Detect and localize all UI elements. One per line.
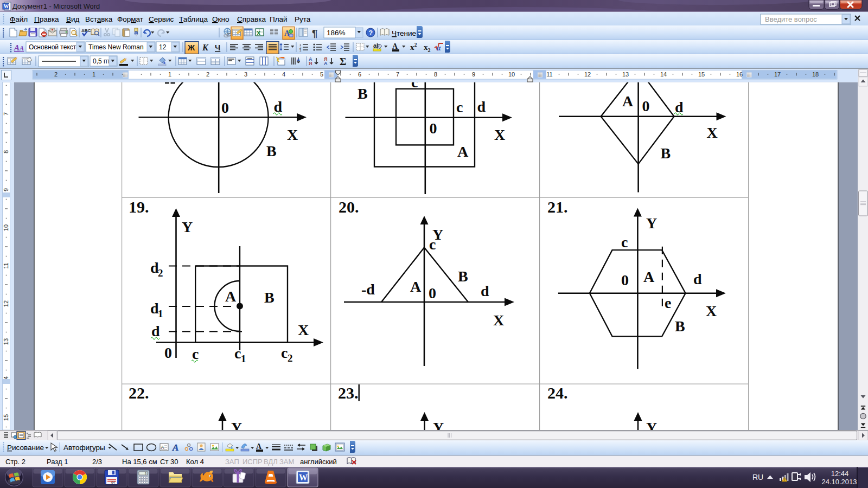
svg-text:c: c bbox=[192, 345, 199, 362]
svg-text:α: α bbox=[437, 44, 441, 52]
svg-text:21.: 21. bbox=[547, 198, 568, 216]
svg-text:Ж: Ж bbox=[187, 43, 195, 52]
svg-text:К: К bbox=[202, 43, 209, 52]
svg-text:10: 10 bbox=[508, 71, 515, 78]
svg-text:Плай: Плай bbox=[270, 15, 288, 23]
svg-text:2: 2 bbox=[158, 267, 163, 279]
svg-text:12:44: 12:44 bbox=[831, 470, 849, 478]
svg-text:12: 12 bbox=[3, 300, 9, 307]
svg-text:-d: -d bbox=[361, 281, 375, 298]
svg-text:Ст 30: Ст 30 bbox=[160, 458, 178, 466]
svg-text:RU: RU bbox=[752, 473, 763, 481]
svg-text:Вид: Вид bbox=[66, 15, 80, 23]
svg-text:?: ? bbox=[369, 29, 373, 37]
svg-text:W: W bbox=[299, 473, 308, 482]
svg-text:c: c bbox=[621, 234, 628, 251]
svg-text:13: 13 bbox=[3, 338, 9, 345]
svg-text:2: 2 bbox=[206, 71, 209, 78]
svg-text:B: B bbox=[661, 145, 671, 162]
svg-text:c: c bbox=[234, 345, 241, 362]
svg-text:B: B bbox=[458, 268, 468, 285]
svg-text:7: 7 bbox=[3, 112, 9, 115]
svg-text:Рисование: Рисование bbox=[7, 444, 44, 452]
svg-text:A: A bbox=[410, 278, 422, 295]
svg-text:18: 18 bbox=[812, 71, 819, 78]
svg-text:¶: ¶ bbox=[312, 28, 318, 39]
svg-text:2/3: 2/3 bbox=[92, 458, 102, 466]
svg-text:Σ: Σ bbox=[340, 56, 346, 67]
svg-text:Y: Y bbox=[646, 215, 657, 232]
svg-text:4: 4 bbox=[282, 71, 285, 78]
svg-text:A: A bbox=[172, 442, 178, 453]
svg-text:A: A bbox=[225, 288, 237, 305]
svg-text:15: 15 bbox=[698, 71, 705, 78]
svg-text:24.10.2013: 24.10.2013 bbox=[821, 478, 857, 486]
svg-text:1: 1 bbox=[92, 71, 95, 78]
svg-text:ЗАМ: ЗАМ bbox=[279, 458, 294, 466]
svg-text:d: d bbox=[693, 271, 702, 287]
svg-text:186%: 186% bbox=[327, 29, 346, 37]
svg-text:8: 8 bbox=[3, 150, 9, 153]
svg-text:X: X bbox=[707, 124, 718, 141]
svg-text:Чтение: Чтение bbox=[392, 29, 416, 37]
svg-text:Я: Я bbox=[309, 61, 312, 66]
svg-text:24.: 24. bbox=[547, 384, 568, 402]
svg-text:c: c bbox=[281, 344, 288, 361]
svg-text:14: 14 bbox=[660, 71, 667, 78]
svg-text:2: 2 bbox=[54, 71, 58, 78]
svg-text:9: 9 bbox=[3, 188, 9, 191]
svg-text:d: d bbox=[477, 98, 486, 115]
svg-text:A: A bbox=[622, 93, 634, 110]
svg-text:ИСПР: ИСПР bbox=[242, 458, 263, 466]
svg-text:Рута: Рута bbox=[295, 15, 311, 23]
svg-text:Формат: Формат bbox=[117, 15, 143, 23]
svg-text:8: 8 bbox=[434, 71, 437, 78]
svg-text:X: X bbox=[257, 30, 261, 36]
svg-text:64: 64 bbox=[111, 481, 115, 484]
svg-text:ВДЛ: ВДЛ bbox=[264, 458, 278, 466]
svg-text:А: А bbox=[324, 61, 328, 66]
svg-text:19.: 19. bbox=[129, 198, 149, 216]
svg-text:1: 1 bbox=[168, 71, 171, 78]
svg-text:английский: английский bbox=[300, 458, 337, 466]
svg-text:Автофигуры: Автофигуры bbox=[63, 444, 105, 452]
svg-text:Y: Y bbox=[182, 219, 193, 235]
svg-text:d: d bbox=[675, 99, 684, 115]
svg-text:Справка: Справка bbox=[237, 15, 266, 23]
svg-text:16: 16 bbox=[736, 71, 743, 78]
svg-text:На 15,6 см: На 15,6 см bbox=[122, 458, 157, 466]
svg-text:23.: 23. bbox=[338, 384, 359, 402]
svg-text:A: A bbox=[297, 57, 300, 62]
svg-text:7: 7 bbox=[396, 71, 399, 78]
svg-text:d: d bbox=[481, 282, 489, 299]
svg-text:АА: АА bbox=[14, 43, 24, 52]
svg-text:Кол 4: Кол 4 bbox=[186, 458, 204, 466]
svg-text:Сервис: Сервис bbox=[149, 15, 174, 23]
svg-text:X: X bbox=[287, 126, 298, 143]
svg-text:10: 10 bbox=[3, 224, 9, 231]
svg-text:22.: 22. bbox=[129, 384, 149, 402]
svg-text:B: B bbox=[266, 143, 277, 159]
svg-text:Таблица: Таблица bbox=[179, 15, 208, 23]
svg-text:X: X bbox=[298, 322, 309, 338]
svg-text:X: X bbox=[493, 312, 504, 329]
svg-text:А: А bbox=[256, 442, 262, 451]
svg-text:15: 15 bbox=[3, 414, 9, 421]
svg-text:e: e bbox=[665, 294, 671, 311]
svg-text:0: 0 bbox=[145, 472, 146, 476]
svg-text:B: B bbox=[358, 85, 368, 102]
svg-text:A: A bbox=[457, 143, 469, 160]
svg-text:Файл: Файл bbox=[10, 15, 28, 23]
svg-text:d: d bbox=[274, 98, 283, 115]
svg-text:3: 3 bbox=[244, 71, 247, 78]
svg-text:2: 2 bbox=[288, 352, 293, 364]
svg-text:А: А bbox=[392, 42, 398, 50]
svg-text:0: 0 bbox=[621, 272, 629, 288]
svg-text:13: 13 bbox=[622, 71, 629, 78]
svg-text:Введите вопрос: Введите вопрос bbox=[765, 15, 817, 23]
svg-text:1: 1 bbox=[241, 353, 246, 364]
svg-text:0: 0 bbox=[430, 120, 437, 137]
svg-text:X: X bbox=[706, 303, 717, 319]
svg-text:9: 9 bbox=[472, 71, 475, 78]
svg-text:Ч: Ч bbox=[215, 43, 220, 52]
